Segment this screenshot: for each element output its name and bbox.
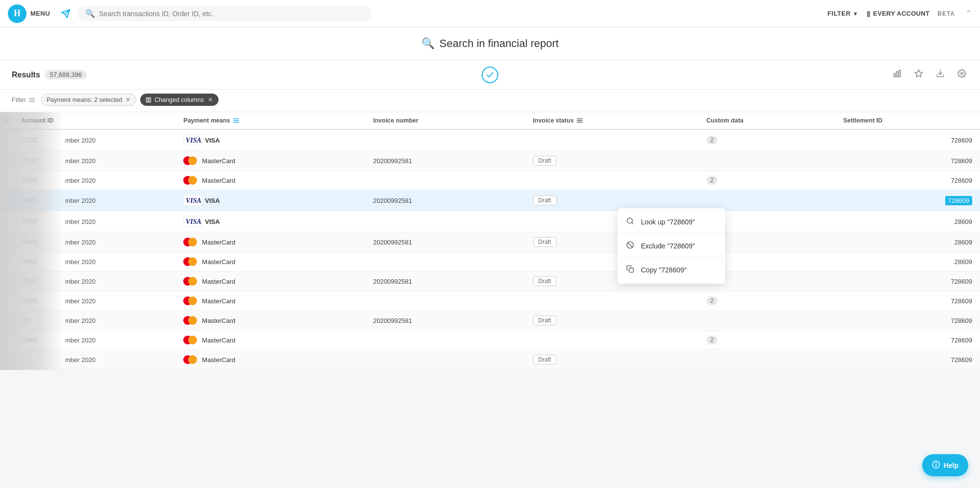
main-search-bar[interactable]: 🔍 bbox=[77, 6, 371, 21]
collapse-button[interactable]: ⌃ bbox=[965, 8, 972, 19]
invoice-number-cell bbox=[367, 252, 527, 271]
context-copy-item[interactable]: Copy "728609" bbox=[617, 259, 725, 281]
custom-data-cell: 2 bbox=[701, 292, 837, 311]
date-cell: mber 2020 bbox=[59, 292, 177, 311]
settlement-id-cell[interactable]: 728609 bbox=[837, 190, 980, 211]
menu-label: MENU bbox=[30, 10, 50, 17]
mastercard-label: MasterCard bbox=[202, 337, 235, 344]
col-header-row-num: # bbox=[0, 112, 15, 129]
account-id-cell: 75152 bbox=[15, 129, 59, 151]
search-icon: 🔍 bbox=[85, 9, 95, 18]
invoice-number-cell bbox=[367, 292, 527, 311]
date-cell: mber 2020 bbox=[59, 129, 177, 151]
filter-text-label: Filter bbox=[12, 96, 26, 103]
download-button[interactable] bbox=[934, 67, 947, 82]
mastercard-label: MasterCard bbox=[202, 356, 235, 364]
svg-rect-11 bbox=[147, 98, 148, 102]
account-id-cell: 75152 bbox=[15, 271, 59, 292]
beta-badge: BETA bbox=[937, 10, 955, 17]
settlement-id-cell[interactable]: 28609 bbox=[837, 211, 980, 232]
copy-squares-icon bbox=[626, 265, 634, 273]
settings-icon bbox=[957, 69, 966, 78]
invoice-sort-icon bbox=[576, 117, 583, 124]
settlement-id-cell[interactable]: 728609 bbox=[837, 292, 980, 311]
row-number-cell bbox=[0, 190, 15, 211]
svg-rect-4 bbox=[899, 70, 901, 77]
account-label: EVERY ACCOUNT bbox=[873, 10, 930, 17]
payment-means-cell: VISA VISA bbox=[177, 129, 367, 151]
row-number-cell bbox=[0, 171, 15, 190]
data-table-container: # Account ID Payment means Invoice numbe… bbox=[0, 112, 980, 370]
visa-label: VISA bbox=[205, 197, 220, 204]
account-selector-button[interactable]: ▮ EVERY ACCOUNT bbox=[866, 9, 930, 18]
mastercard-label: MasterCard bbox=[202, 297, 235, 305]
invoice-number-cell bbox=[367, 211, 527, 232]
logo-button[interactable]: H bbox=[8, 4, 26, 23]
date-cell: mber 2020 bbox=[59, 271, 177, 292]
settings-button[interactable] bbox=[956, 67, 968, 82]
account-id-cell: 75? bbox=[15, 311, 59, 331]
settlement-id-cell[interactable]: 728609 bbox=[837, 350, 980, 370]
columns-filter-chip[interactable]: Changed columns ✕ bbox=[140, 94, 219, 106]
date-cell: mber 2020 bbox=[59, 311, 177, 331]
table-header-row: # Account ID Payment means Invoice numbe… bbox=[0, 112, 980, 129]
date-cell: mber 2020 bbox=[59, 350, 177, 370]
search-input[interactable] bbox=[99, 10, 364, 18]
copy-icon bbox=[625, 265, 635, 275]
date-cell: mber 2020 bbox=[59, 331, 177, 350]
svg-rect-12 bbox=[149, 98, 151, 102]
invoice-number-cell: 20200992581 bbox=[367, 271, 527, 292]
row-number-cell bbox=[0, 311, 15, 331]
mastercard-label: MasterCard bbox=[202, 317, 235, 324]
filter-prefix: Filter bbox=[12, 96, 35, 103]
mastercard-icon bbox=[183, 296, 197, 305]
payment-sort-icon bbox=[233, 117, 240, 124]
table-row: 75263mber 2020 MasterCard 2728609 bbox=[0, 171, 980, 190]
table-row: 75152mber 2020 VISA VISA 2728609 bbox=[0, 129, 980, 151]
context-exclude-item[interactable]: Exclude "728609" bbox=[617, 235, 725, 257]
settlement-id-cell[interactable]: 728609 bbox=[837, 171, 980, 190]
date-cell: mber 2020 bbox=[59, 151, 177, 171]
navigation-arrow-button[interactable] bbox=[58, 6, 74, 22]
date-cell: mber 2020 bbox=[59, 232, 177, 252]
custom-data-cell bbox=[701, 151, 837, 171]
filter-button[interactable]: FILTER ▼ bbox=[828, 10, 858, 17]
search-header-icon: 🔍 bbox=[421, 37, 435, 50]
svg-rect-29 bbox=[629, 268, 634, 272]
row-number-cell bbox=[0, 151, 15, 171]
mastercard-label: MasterCard bbox=[202, 157, 235, 165]
check-circle bbox=[482, 67, 498, 83]
table-row: 75?mber 2020 MasterCard 20200992581Draft… bbox=[0, 311, 980, 331]
invoice-status-cell: Draft bbox=[527, 311, 701, 331]
date-cell: mber 2020 bbox=[59, 211, 177, 232]
payment-chip-close[interactable]: ✕ bbox=[125, 96, 131, 103]
check-icon bbox=[486, 71, 494, 79]
invoice-number-cell bbox=[367, 350, 527, 370]
mastercard-icon bbox=[183, 156, 197, 165]
account-id-cell: 75465 bbox=[15, 190, 59, 211]
star-button[interactable] bbox=[912, 67, 925, 82]
mastercard-icon bbox=[183, 277, 197, 286]
columns-chip-label: Changed columns bbox=[154, 97, 204, 103]
mastercard-label: MasterCard bbox=[202, 278, 235, 285]
payment-filter-chip[interactable]: Payment means: 2 selected ✕ bbox=[41, 94, 136, 106]
row-number-cell bbox=[0, 292, 15, 311]
account-id-cell: 75463 bbox=[15, 252, 59, 271]
settlement-id-cell[interactable]: 28609 bbox=[837, 232, 980, 252]
invoice-number-cell: 20200992581 bbox=[367, 190, 527, 211]
settlement-id-cell[interactable]: 728609 bbox=[837, 331, 980, 350]
logo-icon: H bbox=[14, 8, 21, 19]
draft-badge: Draft bbox=[533, 316, 557, 325]
settlement-id-cell[interactable]: 728609 bbox=[837, 151, 980, 171]
settlement-id-cell[interactable]: 728609 bbox=[837, 129, 980, 151]
settlement-id-cell[interactable]: 28609 bbox=[837, 252, 980, 271]
settlement-id-cell[interactable]: 728609 bbox=[837, 311, 980, 331]
visa-card-icon: VISA bbox=[183, 135, 202, 146]
col-header-custom-data: Custom data bbox=[701, 112, 837, 129]
payment-means-cell: MasterCard bbox=[177, 292, 367, 311]
settlement-id-cell[interactable]: 728609 bbox=[837, 271, 980, 292]
chart-button[interactable] bbox=[891, 67, 904, 82]
columns-chip-close[interactable]: ✕ bbox=[208, 96, 213, 103]
filter-bar: Filter Payment means: 2 selected ✕ Chang… bbox=[0, 90, 980, 112]
context-lookup-item[interactable]: Look up "728609" bbox=[617, 211, 725, 233]
